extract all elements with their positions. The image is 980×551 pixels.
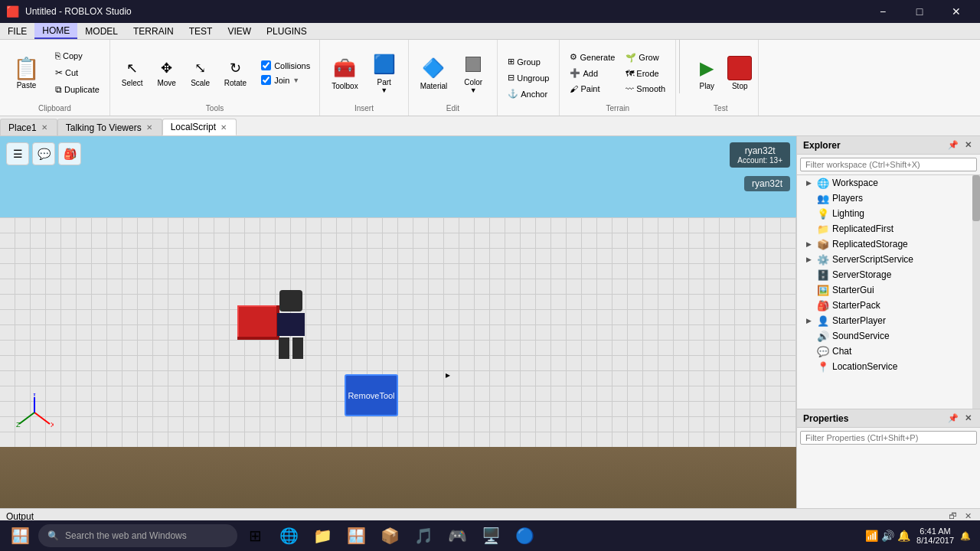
add-label: Add	[583, 69, 598, 78]
explorer-scrollbar[interactable]	[972, 175, 980, 409]
tree-item[interactable]: 💬Chat	[797, 344, 980, 359]
menu-model[interactable]: MODEL	[77, 23, 126, 39]
properties-pin-button[interactable]: 📌	[946, 412, 961, 424]
explorer-search-input[interactable]	[800, 158, 977, 171]
taskbar-explorer[interactable]: 📁	[306, 521, 338, 550]
menu-test[interactable]: TEST	[181, 23, 220, 39]
tree-item[interactable]: 🔊SoundService	[797, 328, 980, 344]
notification-icon[interactable]: 🔔	[960, 531, 971, 541]
grow-button[interactable]: 🌱 Grow	[622, 51, 669, 65]
select-label: Select	[122, 79, 143, 87]
explorer-close-button[interactable]: ✕	[962, 139, 974, 151]
ribbon-test: ▶ Play Stop Test	[683, 40, 759, 116]
close-button[interactable]: ✕	[939, 0, 974, 23]
menu-plugins[interactable]: PLUGINS	[259, 23, 315, 39]
rotate-button[interactable]: ↻ Rotate	[219, 56, 252, 90]
tree-arrow[interactable]: ▶	[803, 315, 814, 326]
taskbar-app3[interactable]: 🎵	[407, 521, 439, 550]
move-button[interactable]: ✥ Move	[152, 56, 182, 90]
tab-talking[interactable]: Talking To Viewers ✕	[57, 119, 162, 135]
viewport[interactable]: ☰ 💬 🎒 ryan32t Account: 13+ ryan32t Remov…	[0, 136, 796, 508]
collisions-toggle[interactable]: Collisions	[258, 59, 313, 72]
user-name: ryan32t	[737, 145, 782, 156]
color-button[interactable]: Color ▼	[456, 49, 491, 97]
group-button[interactable]: ⊞ Group	[504, 54, 553, 69]
tree-item[interactable]: 📁ReplicatedFirst	[797, 221, 980, 236]
tree-item[interactable]: 🗄️ServerStorage	[797, 267, 980, 282]
tree-item[interactable]: 👥Players	[797, 191, 980, 206]
tree-item[interactable]: 🖼️StarterGui	[797, 282, 980, 298]
search-icon: 🔍	[47, 530, 59, 541]
tree-icon: 💬	[817, 345, 829, 357]
copy-button[interactable]: ⎘ Copy	[51, 48, 103, 64]
ungroup-button[interactable]: ⊟ Ungroup	[504, 70, 553, 85]
properties-search-input[interactable]	[800, 431, 977, 445]
taskbar-search[interactable]: 🔍 Search the web and Windows	[38, 524, 237, 547]
tree-item[interactable]: ▶👤StarterPlayer	[797, 313, 980, 328]
tool-popup-label: RemoveTool	[348, 391, 394, 400]
menu-home[interactable]: HOME	[34, 23, 77, 39]
properties-close-button[interactable]: ✕	[962, 412, 974, 424]
stop-button[interactable]	[727, 56, 752, 80]
cut-button[interactable]: ✂ Cut	[51, 65, 103, 80]
maximize-button[interactable]: □	[902, 0, 937, 23]
taskbar-taskview[interactable]: ⊞	[239, 521, 271, 550]
taskbar-app2[interactable]: 📦	[374, 521, 406, 550]
tab-place1[interactable]: Place1 ✕	[0, 119, 57, 135]
add-terrain-button[interactable]: ➕ Add	[566, 66, 619, 80]
taskbar-app4[interactable]: 🎮	[441, 521, 473, 550]
tree-arrow[interactable]: ▶	[803, 178, 814, 188]
explorer-scroll-thumb[interactable]	[972, 175, 980, 221]
smooth-button[interactable]: 〰 Smooth	[622, 82, 669, 96]
taskbar-edge[interactable]: 🌐	[273, 521, 305, 550]
tree-item[interactable]: 💡Lighting	[797, 206, 980, 221]
backpack-button[interactable]: 🎒	[58, 142, 81, 165]
select-button[interactable]: ↖ Select	[116, 56, 149, 90]
material-button[interactable]: 🔷 Material	[415, 53, 453, 93]
taskbar-right: 📶 🔊 🔔 6:41 AM 8/14/2017 🔔	[865, 527, 977, 545]
tab-place1-close[interactable]: ✕	[40, 122, 49, 132]
anchor-button[interactable]: ⚓ Anchor	[504, 86, 553, 101]
axis-indicator: X Z Y	[15, 393, 54, 432]
properties-header: Properties 📌 ✕	[797, 409, 980, 428]
menu-view[interactable]: VIEW	[220, 23, 259, 39]
tree-item[interactable]: ▶⚙️ServerScriptService	[797, 252, 980, 267]
collisions-checkbox[interactable]	[261, 60, 271, 70]
menu-terrain[interactable]: TERRAIN	[126, 23, 181, 39]
explorer-pin-button[interactable]: 📌	[946, 139, 961, 151]
menu-file[interactable]: FILE	[0, 23, 34, 39]
erode-button[interactable]: 🗺 Erode	[622, 67, 669, 80]
tree-arrow	[803, 208, 814, 219]
chat-button[interactable]: 💬	[32, 142, 55, 165]
part-button[interactable]: 🟦 Part ▼	[367, 49, 402, 97]
tab-localscript-close[interactable]: ✕	[219, 122, 228, 132]
generate-button[interactable]: ⚙ Generate	[566, 50, 619, 64]
start-button[interactable]: 🪟	[3, 521, 37, 550]
join-toggle[interactable]: Join ▼	[258, 73, 313, 86]
taskbar-chrome[interactable]: 🔵	[508, 521, 541, 550]
paste-button[interactable]: 📋 Paste	[6, 53, 47, 93]
tab-localscript[interactable]: LocalScript ✕	[162, 119, 237, 135]
scale-button[interactable]: ⤡ Scale	[185, 56, 216, 90]
duplicate-button[interactable]: ⧉ Duplicate	[51, 82, 103, 97]
paint-button[interactable]: 🖌 Paint	[566, 82, 619, 96]
network-icon: 📶	[865, 530, 878, 542]
join-checkbox[interactable]	[261, 75, 271, 85]
tree-item[interactable]: 🎒StarterPack	[797, 298, 980, 313]
hamburger-menu-button[interactable]: ☰	[6, 142, 29, 165]
properties-panel: Properties 📌 ✕	[797, 409, 980, 508]
tree-item[interactable]: ▶🌐Workspace	[797, 175, 980, 191]
tree-item[interactable]: ▶📦ReplicatedStorage	[797, 236, 980, 252]
tree-arrow[interactable]: ▶	[803, 254, 814, 265]
tree-arrow	[803, 346, 814, 357]
play-button[interactable]: ▶ Play	[689, 53, 724, 93]
tab-talking-close[interactable]: ✕	[145, 122, 154, 132]
properties-header-icons: 📌 ✕	[946, 412, 974, 424]
tree-arrow[interactable]: ▶	[803, 239, 814, 249]
minimize-button[interactable]: −	[865, 0, 900, 23]
tree-item[interactable]: 📍LocationService	[797, 359, 980, 374]
taskbar-app5[interactable]: 🖥️	[475, 521, 507, 550]
tree-label: ServerScriptService	[832, 254, 977, 265]
taskbar-store[interactable]: 🪟	[340, 521, 372, 550]
toolbox-button[interactable]: 🧰 Toolbox	[326, 53, 363, 93]
